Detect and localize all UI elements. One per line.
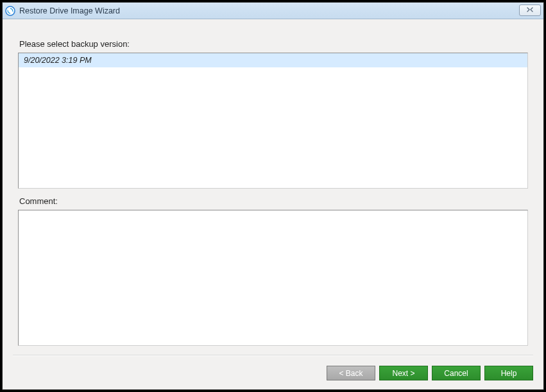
comment-textarea[interactable] — [18, 210, 528, 346]
svg-point-0 — [6, 6, 15, 15]
window-title: Restore Drive Image Wizard — [19, 6, 120, 15]
help-button[interactable]: Help — [484, 366, 533, 380]
back-button[interactable]: < Back — [327, 366, 375, 380]
wizard-buttons: < Back Next > Cancel Help — [327, 366, 533, 380]
close-button[interactable] — [519, 4, 541, 16]
cancel-button[interactable]: Cancel — [432, 366, 481, 380]
separator — [13, 355, 533, 356]
next-button[interactable]: Next > — [379, 366, 428, 380]
window-frame: Restore Drive Image Wizard Please select… — [2, 2, 544, 390]
wizard-window: Restore Drive Image Wizard Please select… — [0, 0, 546, 392]
wizard-content: Please select backup version: 9/20/2022 … — [3, 20, 543, 389]
comment-label: Comment: — [19, 196, 528, 206]
close-icon — [525, 6, 535, 14]
titlebar: Restore Drive Image Wizard — [3, 3, 543, 19]
select-backup-label: Please select backup version: — [19, 39, 528, 49]
app-icon — [5, 6, 15, 16]
backup-version-list[interactable]: 9/20/2022 3:19 PM — [18, 53, 528, 189]
backup-version-item[interactable]: 9/20/2022 3:19 PM — [19, 53, 527, 67]
